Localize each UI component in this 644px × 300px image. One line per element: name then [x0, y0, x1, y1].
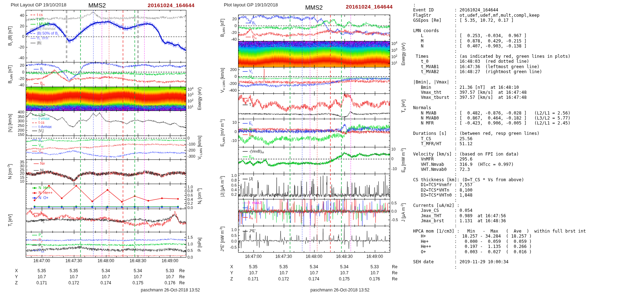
position-row-label: Z [228, 276, 235, 281]
position-cell: 10.7 [26, 274, 58, 279]
position-unit: Re [179, 274, 190, 279]
position-cell: 5.34 [90, 268, 122, 273]
position-row-label: Z [13, 280, 20, 285]
position-cell: 10.7 [122, 274, 154, 279]
left-figure-footer: paschmann 26-Oct-2018 13:52 [107, 288, 200, 293]
position-cell: 10.7 [58, 274, 90, 279]
position-cell: 0.175 [328, 276, 361, 281]
position-cell: 0.174 [298, 276, 330, 281]
position-cell: 0.175 [122, 280, 154, 285]
time-tick-label: 16:48:30 [328, 254, 361, 259]
position-cell: 0.172 [268, 276, 300, 281]
position-unit: Re [392, 270, 403, 275]
position-unit: Re [392, 264, 403, 269]
middle-figure-event-id: 20161024_164644 [321, 4, 393, 10]
middle-figure-footer: paschmann 26-Oct-2018 13:52 [277, 288, 369, 293]
position-cell: 10.7 [359, 270, 391, 275]
position-cell: 0.172 [58, 280, 90, 285]
time-tick-label: 16:48:00 [298, 254, 330, 259]
time-tick-label: 16:47:30 [58, 258, 90, 263]
time-tick-label: 16:48:30 [122, 258, 154, 263]
position-row-label: Y [13, 274, 20, 279]
left-figure-event-id: 20161024_164644 [123, 2, 195, 8]
position-cell: 0.171 [237, 276, 270, 281]
position-cell: 5.35 [58, 268, 90, 273]
position-cell: 10.7 [268, 270, 300, 275]
position-cell: 10.7 [298, 270, 330, 275]
time-tick-label: 16:47:30 [268, 254, 300, 259]
position-cell: 5.35 [268, 264, 300, 269]
position-cell: 5.35 [237, 264, 270, 269]
position-unit: Re [179, 268, 190, 273]
position-cell: 0.174 [90, 280, 122, 285]
position-cell: 0.176 [359, 276, 391, 281]
position-cell: 5.34 [122, 268, 154, 273]
mms-event-summary-screen: Plot Layout GP 19/10/2018 MMS2 20161024_… [0, 0, 644, 300]
time-tick-label: 16:48:00 [90, 258, 122, 263]
time-tick-label: 16:47:00 [26, 258, 58, 263]
position-cell: 5.33 [359, 264, 391, 269]
position-cell: 0.171 [26, 280, 58, 285]
position-unit: Re [179, 280, 190, 285]
position-cell: 5.35 [26, 268, 58, 273]
time-tick-label: 16:47:00 [237, 254, 270, 259]
position-cell: 10.7 [328, 270, 361, 275]
event-info-panel: : Event ID : 20161024_164644 FlagStr : o… [411, 2, 586, 270]
position-row-label: X [13, 268, 20, 273]
position-unit: Re [392, 276, 403, 281]
time-tick-label: 16:49:00 [154, 258, 186, 263]
position-row-label: Y [228, 270, 235, 275]
position-cell: 5.34 [328, 264, 361, 269]
position-cell: 10.7 [90, 274, 122, 279]
position-row-label: X [228, 264, 235, 269]
position-cell: 5.34 [298, 264, 330, 269]
position-cell: 10.7 [237, 270, 270, 275]
time-tick-label: 16:49:00 [359, 254, 391, 259]
